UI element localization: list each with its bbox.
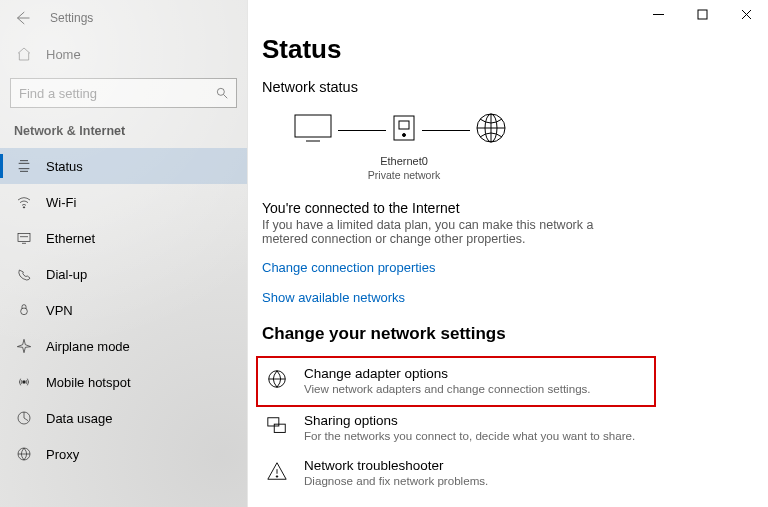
- sidebar-item-label: Ethernet: [46, 231, 95, 246]
- sidebar-item-label: Airplane mode: [46, 339, 130, 354]
- trouble-icon: [264, 458, 290, 487]
- proxy-icon: [16, 446, 32, 462]
- section-title: Network & Internet: [0, 118, 247, 148]
- sidebar-item-label: Mobile hotspot: [46, 375, 131, 390]
- ethernet-icon: [16, 230, 32, 246]
- back-button[interactable]: [4, 0, 40, 36]
- sidebar-item-proxy[interactable]: Proxy: [0, 436, 247, 472]
- search-box[interactable]: [10, 78, 237, 108]
- home-icon: [16, 46, 32, 62]
- sharing-icon: [264, 413, 290, 442]
- home-button[interactable]: Home: [0, 36, 247, 72]
- network-diagram: [262, 107, 768, 153]
- adapter-label: Ethernet0 Private network: [354, 155, 454, 182]
- minimize-button[interactable]: [636, 0, 680, 28]
- svg-point-4: [23, 381, 26, 384]
- svg-point-17: [276, 476, 277, 477]
- sidebar-item-airplane[interactable]: Airplane mode: [0, 328, 247, 364]
- sidebar-item-label: VPN: [46, 303, 73, 318]
- data-icon: [16, 410, 32, 426]
- home-label: Home: [46, 47, 81, 62]
- svg-point-0: [217, 88, 224, 95]
- diagram-line: [422, 130, 470, 131]
- globe-icon: [474, 111, 508, 149]
- sidebar-item-label: Status: [46, 159, 83, 174]
- network-status-heading: Network status: [262, 79, 768, 95]
- search-icon[interactable]: [208, 86, 236, 100]
- setting-title: Sharing options: [304, 413, 635, 428]
- setting-row-sharing[interactable]: Sharing optionsFor the networks you conn…: [262, 407, 662, 452]
- link-show-available-networks[interactable]: Show available networks: [262, 290, 405, 305]
- sidebar-item-vpn[interactable]: VPN: [0, 292, 247, 328]
- sidebar-item-label: Wi-Fi: [46, 195, 76, 210]
- setting-desc: View network adapters and change connect…: [304, 382, 591, 395]
- link-change-connection-properties[interactable]: Change connection properties: [262, 260, 435, 275]
- setting-title: Network troubleshooter: [304, 458, 488, 473]
- router-icon: [390, 112, 418, 148]
- sidebar-item-status[interactable]: Status: [0, 148, 247, 184]
- wifi-icon: [16, 194, 32, 210]
- maximize-button[interactable]: [680, 0, 724, 28]
- status-icon: [16, 158, 32, 174]
- svg-rect-2: [18, 233, 30, 241]
- dialup-icon: [16, 266, 32, 282]
- sidebar-item-ethernet[interactable]: Ethernet: [0, 220, 247, 256]
- svg-point-11: [403, 134, 406, 137]
- close-button[interactable]: [724, 0, 768, 28]
- change-settings-heading: Change your network settings: [262, 324, 768, 344]
- setting-desc: For the networks you connect to, decide …: [304, 429, 635, 442]
- setting-row-trouble[interactable]: Network troubleshooterDiagnose and fix n…: [262, 452, 662, 497]
- setting-row-adapter[interactable]: Change adapter optionsView network adapt…: [256, 356, 656, 407]
- app-title: Settings: [50, 11, 93, 25]
- airplane-icon: [16, 338, 32, 354]
- nav-list: StatusWi-FiEthernetDial-upVPNAirplane mo…: [0, 148, 247, 507]
- connected-heading: You're connected to the Internet: [262, 200, 642, 216]
- sidebar-item-data[interactable]: Data usage: [0, 400, 247, 436]
- hotspot-icon: [16, 374, 32, 390]
- svg-rect-7: [698, 10, 707, 19]
- diagram-line: [338, 130, 386, 131]
- search-input[interactable]: [11, 86, 208, 101]
- adapter-icon: [264, 366, 290, 395]
- sidebar-item-label: Dial-up: [46, 267, 87, 282]
- main: Status Network status Ethernet0 Private …: [248, 0, 768, 507]
- adapter-network-type: Private network: [354, 169, 454, 182]
- window-header: Settings: [0, 0, 247, 36]
- svg-rect-15: [268, 418, 279, 426]
- window-caption-buttons: [248, 0, 768, 30]
- sidebar-item-label: Data usage: [46, 411, 113, 426]
- sidebar: Settings Home Network & Internet StatusW…: [0, 0, 248, 507]
- sidebar-item-hotspot[interactable]: Mobile hotspot: [0, 364, 247, 400]
- pc-icon: [292, 112, 334, 148]
- page-title: Status: [262, 34, 768, 65]
- adapter-name: Ethernet0: [354, 155, 454, 169]
- svg-point-3: [21, 308, 28, 315]
- vpn-icon: [16, 302, 32, 318]
- sidebar-item-dialup[interactable]: Dial-up: [0, 256, 247, 292]
- svg-rect-16: [274, 424, 285, 432]
- setting-desc: Diagnose and fix network problems.: [304, 474, 488, 487]
- sidebar-item-label: Proxy: [46, 447, 79, 462]
- setting-title: Change adapter options: [304, 366, 591, 381]
- connected-body: If you have a limited data plan, you can…: [262, 218, 642, 246]
- svg-rect-8: [295, 115, 331, 137]
- svg-rect-10: [399, 121, 409, 129]
- sidebar-item-wifi[interactable]: Wi-Fi: [0, 184, 247, 220]
- svg-point-1: [23, 207, 24, 208]
